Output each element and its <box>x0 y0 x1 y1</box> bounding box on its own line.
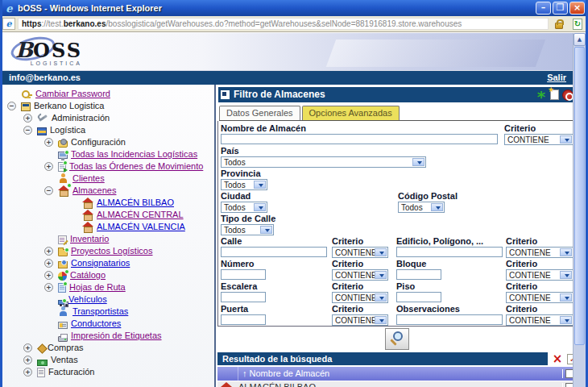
tipo-calle-select[interactable]: Todos <box>221 224 274 235</box>
close-panel-icon[interactable] <box>562 89 574 101</box>
tree-item-label[interactable]: Proyectos Logísticos <box>71 245 153 257</box>
filter-panel-header: Filtro de Almacenes <box>218 87 576 102</box>
main-panel: Filtro de Almacenes Datos Generales Opci… <box>214 85 578 387</box>
maximize-button[interactable]: ❒ <box>553 2 568 15</box>
sort-asc-icon[interactable]: ↑ <box>242 368 247 378</box>
criterio-puerta-select[interactable]: CONTIENE <box>332 314 388 326</box>
reset-filter-icon[interactable] <box>536 89 547 101</box>
tree-expander-icon[interactable]: + <box>23 356 37 364</box>
tree-item-label[interactable]: Inventario <box>70 233 109 245</box>
app-icon <box>21 102 31 111</box>
tree-expander-icon[interactable]: − <box>7 102 21 110</box>
new-filter-icon[interactable] <box>550 89 559 100</box>
tree-expander-icon[interactable]: + <box>44 162 58 171</box>
criterio-numero-select[interactable]: CONTIENE <box>332 269 388 281</box>
criterio-bloque-select[interactable]: CONTIENE <box>506 269 574 281</box>
tree-item-label[interactable]: Hojas de Ruta <box>69 281 126 293</box>
numero-input[interactable] <box>221 269 266 280</box>
tree-item-label: Ventas <box>51 354 78 366</box>
tree-item-label[interactable]: Impresión de Etiquetas <box>71 330 162 342</box>
tree-expander-icon[interactable]: + <box>23 114 37 123</box>
tree-expander-icon[interactable]: + <box>44 259 58 268</box>
escalera-input[interactable] <box>221 292 266 302</box>
magnifier-icon <box>393 331 403 341</box>
tree-item: +Facturación <box>2 366 214 378</box>
pais-select[interactable]: Todos <box>221 156 426 168</box>
panel-title: Filtro de Almacenes <box>234 87 536 102</box>
tree-item-label[interactable]: Almacenes <box>72 185 116 197</box>
tree-expander-icon[interactable]: + <box>44 283 58 292</box>
scrollbar-thumb[interactable] <box>574 47 585 345</box>
close-button[interactable]: × <box>569 2 585 15</box>
piso-input[interactable] <box>396 292 441 302</box>
criterio-nombre-value: CONTIENE <box>507 135 549 144</box>
tree-item-label[interactable]: Vehículos <box>68 293 107 306</box>
tree-expander-icon[interactable]: − <box>44 186 58 195</box>
nombre-almacen-input[interactable] <box>221 134 498 144</box>
tree-item: +Administración <box>2 112 214 124</box>
tree-expander-icon[interactable]: + <box>44 247 58 256</box>
tree-item-label[interactable]: Cambiar Password <box>35 88 110 100</box>
criterio-calle-select[interactable]: CONTIENE <box>332 247 388 258</box>
criterio-observaciones-select[interactable]: CONTIENE <box>506 314 574 326</box>
ciudad-select[interactable]: Todos <box>221 202 267 213</box>
status-dot-icon <box>63 160 68 165</box>
status-dot-icon <box>62 298 67 303</box>
tree-item-label[interactable]: ALMACÉN CENTRAL <box>97 209 184 221</box>
clear-results-icon[interactable] <box>552 352 563 365</box>
tree-item-label[interactable]: Todas las Órdenes de Movimiento <box>69 160 203 173</box>
folder-p-icon <box>58 261 68 268</box>
column-nombre-almacen[interactable]: ↑ Nombre de Almacén <box>238 367 562 381</box>
criterio-escalera-select[interactable]: CONTIENE <box>332 292 388 303</box>
tab-opciones-avanzadas[interactable]: Opciones Avanzadas <box>302 106 400 120</box>
criterio-nombre-select[interactable]: CONTIENE <box>504 134 574 145</box>
warehouse-name[interactable]: ALMACÉN BILBAO <box>238 381 562 387</box>
tree-expander-icon[interactable]: + <box>23 368 37 377</box>
title-bar[interactable]: bOSS - Windows Internet Explorer – ❒ × <box>0 0 588 16</box>
collapse-panel-icon[interactable] <box>221 90 230 99</box>
edificio-input[interactable] <box>396 247 503 257</box>
tree-expander-icon[interactable]: − <box>23 126 37 135</box>
vertical-scrollbar[interactable] <box>573 33 586 387</box>
codigo-postal-select[interactable]: Todos <box>398 202 445 213</box>
box-icon <box>37 127 47 135</box>
observaciones-input[interactable] <box>396 314 503 325</box>
page-content: Cambiar Password−Berkano Logistica+Admin… <box>2 85 573 387</box>
scroll-up-arrow-icon[interactable] <box>574 33 586 46</box>
invoice-icon <box>37 368 45 377</box>
tree-item-label[interactable]: Clientes <box>72 173 105 185</box>
logout-link[interactable]: Salir <box>547 71 566 85</box>
criterio-edificio-select[interactable]: CONTIENE <box>506 247 574 258</box>
bloque-input[interactable] <box>396 269 441 280</box>
tools-icon <box>37 113 48 123</box>
tree-expander-icon[interactable]: + <box>23 343 37 352</box>
tree-item-label[interactable]: Transportistas <box>72 306 128 318</box>
provincia-select[interactable]: Todos <box>221 179 267 190</box>
tree-item-label[interactable]: Conductores <box>71 318 121 330</box>
tree-item-label[interactable]: Catálogo <box>70 269 106 281</box>
refresh-page-icon[interactable] <box>569 18 586 30</box>
tree-item-label[interactable]: ALMACÉN BILBAO <box>97 197 174 209</box>
address-grid: CalleCriterioCONTIENEEdificio, Polígono,… <box>221 235 574 326</box>
tree-item-label[interactable]: Todas las Incidencias Logísticas <box>71 148 197 160</box>
tree-item-label[interactable]: Consignatarios <box>71 257 130 269</box>
tree-item: Impresión de Etiquetas <box>2 330 214 342</box>
filter-form: Nombre de Almacén Criterio CONTIENE País… <box>217 121 577 327</box>
criterio-nombre-label: Criterio <box>504 124 574 133</box>
puerta-input[interactable] <box>221 314 266 325</box>
table-row[interactable]: ALMACÉN BILBAO <box>217 381 577 387</box>
tree-item: +Compras <box>2 342 214 354</box>
tree-expander-icon[interactable]: + <box>44 138 58 147</box>
catalog-icon <box>58 272 67 281</box>
notes-icon <box>58 235 67 244</box>
tree-item: ALMACÉN CENTRAL <box>2 209 214 221</box>
calle-input[interactable] <box>221 247 327 257</box>
minimize-button[interactable]: – <box>536 2 551 15</box>
criterio-piso-select[interactable]: CONTIENE <box>506 292 574 303</box>
tab-datos-generales[interactable]: Datos Generales <box>219 106 300 120</box>
address-input[interactable]: https://test.berkano.es/bosslogistica/ge… <box>18 18 549 30</box>
tree-item-label[interactable]: ALMACÉN VALENCIA <box>97 221 185 233</box>
tree-expander-icon[interactable]: + <box>44 271 58 280</box>
search-button[interactable] <box>385 328 409 350</box>
criterio-numero-label: Criterio <box>332 260 396 268</box>
